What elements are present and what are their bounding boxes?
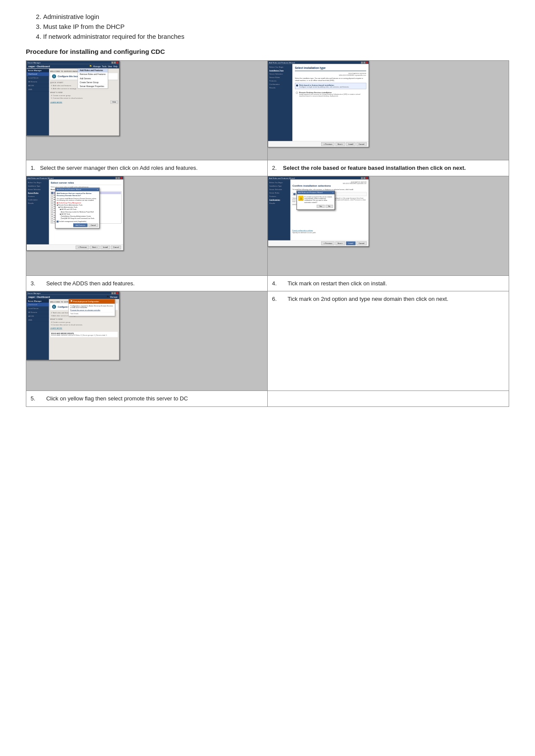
wiz3-close[interactable]: × — [120, 177, 122, 179]
restart-checkbox[interactable] — [294, 193, 296, 195]
wiz2-next-btn[interactable]: Next > — [335, 142, 345, 146]
sm5-min[interactable]: ─ — [111, 292, 113, 294]
sidebar-item-all[interactable]: All Servers — [27, 80, 49, 84]
wizard2-radio2-row[interactable]: Remote Desktop Services installation Ins… — [295, 91, 366, 98]
wiz2-nav-serversel: Server Selection — [269, 72, 292, 75]
wiz4-prev-btn[interactable]: < Previous — [321, 241, 334, 245]
adrm-checkbox[interactable] — [51, 201, 53, 203]
export-config-link[interactable]: Export configuration settings — [292, 230, 366, 231]
whats-new-label: WHAT'S NEW — [50, 91, 118, 94]
adcs-checkbox[interactable] — [51, 194, 53, 196]
wiz2-install-btn[interactable]: Install — [346, 142, 355, 146]
radio1-indicator[interactable] — [296, 84, 298, 87]
sm5-max[interactable]: □ — [114, 292, 116, 294]
wiz4-next-btn[interactable]: Next > — [335, 241, 345, 245]
hyperv-checkbox[interactable] — [51, 214, 53, 216]
step1-sim-inner: Server Manager ─ □ × nager • Dashboard — [26, 61, 119, 136]
step1-text: Select the server manager then click on … — [40, 165, 198, 171]
maximize-btn[interactable]: □ — [114, 62, 116, 64]
dhcp-checkbox[interactable] — [51, 205, 53, 207]
sm5-sidebar-all[interactable]: All Servers — [27, 310, 49, 314]
postdeploy-popup-body: Configuration required for Active Direct… — [69, 304, 115, 316]
wiz3-nav: Before You Begin Installation Type Serve… — [27, 179, 49, 244]
help-menu-btn[interactable]: Help — [113, 65, 118, 67]
add-servers-menu-item[interactable]: Add Servers — [78, 77, 108, 81]
sm5-notification-icon[interactable]: ⚑ — [106, 295, 109, 299]
rds-checkbox[interactable] — [51, 223, 53, 224]
wiz2-close-btn[interactable]: × — [366, 62, 368, 64]
restart-yes-btn[interactable]: Yes — [317, 205, 325, 208]
sm5-sidebar-local[interactable]: Local Server — [27, 306, 49, 310]
row-5: Server Manager ─ □ × nager • Dashboard — [26, 291, 509, 391]
file-checkbox[interactable] — [51, 212, 53, 214]
sm5-manage-btn[interactable]: Manage — [110, 296, 118, 298]
wiz2-prev-btn[interactable]: < Previous — [321, 142, 334, 146]
dns-checkbox[interactable] — [51, 207, 53, 209]
wiz3-install-btn[interactable]: Install — [101, 245, 110, 249]
intro-item-3: If network administrator required for th… — [43, 33, 509, 40]
sidebar-item-dns[interactable]: DNS — [27, 88, 49, 92]
notification-flag-icon[interactable]: ⚑ — [89, 65, 92, 68]
remove-roles-menu-item[interactable]: Remove Roles and Features — [78, 72, 108, 76]
netpol-checkbox[interactable] — [51, 216, 53, 218]
restart-no-btn[interactable]: No — [325, 205, 333, 208]
sm5-sidebar-dashboard[interactable]: Dashboard — [27, 303, 49, 306]
promote-dc-link[interactable]: Promote this server to a domain controll… — [70, 309, 113, 311]
fax-checkbox[interactable] — [51, 210, 53, 212]
sm-properties-menu-item[interactable]: Server Manager Properties — [78, 84, 108, 88]
features-cancel-btn[interactable]: Cancel — [88, 223, 98, 227]
features-item-adlds: ▶ AD DS and LDS Tools — [57, 208, 98, 210]
wiz3-cancel-btn[interactable]: Cancel — [111, 245, 121, 249]
wiz3-nav-begin: Before You Begin — [28, 181, 48, 184]
appsvr-checkbox[interactable] — [51, 203, 53, 205]
sidebar-item-adds[interactable]: AD DS — [27, 84, 49, 88]
step-1-badge: 1 — [52, 74, 56, 78]
adds-checkbox[interactable] — [51, 192, 53, 194]
tools-menu-btn[interactable]: Tools — [102, 65, 106, 67]
minimize-btn[interactable]: ─ — [111, 62, 113, 64]
features-dialog-close[interactable]: × — [97, 188, 98, 191]
wiz3-min[interactable]: ─ — [116, 177, 118, 179]
hide-button[interactable]: Hide — [110, 100, 118, 104]
wiz4-min[interactable]: ─ — [361, 177, 363, 179]
wiz2-max-btn[interactable]: □ — [363, 62, 366, 64]
intro-list: Administrative login Must take IP from t… — [43, 13, 509, 40]
sm5-sidebar-adds[interactable]: AD DS — [27, 314, 49, 318]
include-mgmt-row[interactable]: Include management tools (if applicable) — [57, 220, 98, 222]
wiz3-max[interactable]: □ — [118, 177, 120, 179]
sm5-learn-more[interactable]: LEARN MORE — [50, 327, 118, 330]
procedure-heading: Procedure for installing and configuring… — [26, 48, 509, 55]
wiz4-max[interactable]: □ — [363, 177, 366, 179]
sidebar-item-dashboard[interactable]: Dashboard — [27, 72, 49, 76]
wiz4-server-info: DESTINATION SERVERWIN-DOO7093D9R6.repeat… — [292, 181, 366, 184]
radio2-indicator[interactable] — [296, 92, 298, 94]
learn-more-link[interactable]: LEARN MORE — [50, 101, 118, 104]
manage-menu-btn[interactable]: Manage — [93, 65, 100, 67]
include-mgmt-checkbox[interactable] — [57, 220, 59, 222]
sm5-close[interactable]: × — [116, 292, 119, 294]
wiz2-cancel-btn[interactable]: Cancel — [357, 142, 367, 146]
wiz2-min-btn[interactable]: ─ — [361, 62, 363, 64]
restart-dialog-close-icon[interactable]: × — [332, 191, 333, 194]
create-server-group-menu-item[interactable]: Create Server Group — [78, 81, 108, 84]
view-menu-btn[interactable]: View — [108, 65, 112, 67]
adfs-checkbox[interactable] — [51, 197, 53, 198]
wizard2-content: Select installation type DESTINATION SER… — [292, 64, 369, 141]
adld-checkbox[interactable] — [51, 199, 53, 200]
sm5-sidebar-dns[interactable]: DNS — [27, 318, 49, 322]
remoteaccess-checkbox[interactable] — [51, 221, 53, 222]
close-btn[interactable]: × — [116, 62, 119, 64]
wiz4-close[interactable]: × — [366, 177, 368, 179]
wiz3-prev-btn[interactable]: < Previous — [76, 245, 89, 249]
sm-dashboard-label: nager • Dashboard — [28, 65, 50, 68]
row-1: Server Manager ─ □ × nager • Dashboard — [26, 61, 509, 160]
wiz4-install-btn[interactable]: Install — [346, 241, 355, 245]
print-checkbox[interactable] — [51, 219, 53, 220]
wizard2-radio1-row[interactable]: Role-based or feature-based installation… — [295, 83, 366, 89]
sidebar-item-local[interactable]: Local Server — [27, 76, 49, 80]
add-roles-menu-item[interactable]: Add Roles and Features — [78, 69, 108, 72]
wiz3-next-btn[interactable]: Next > — [90, 245, 100, 249]
wiz4-cancel-btn[interactable]: Cancel — [357, 241, 367, 245]
add-features-btn[interactable]: Add Features — [73, 223, 88, 227]
wiz4-nav-begin: Before You Begin — [269, 181, 290, 184]
